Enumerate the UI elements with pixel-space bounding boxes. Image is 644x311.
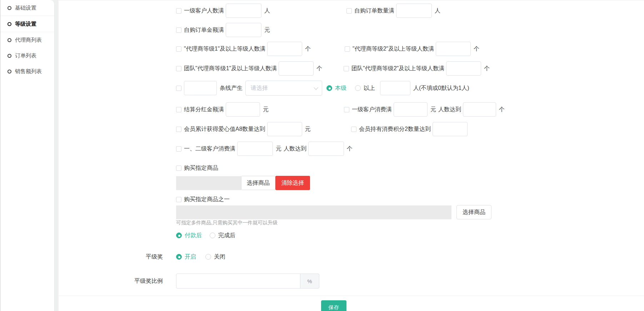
radio-after-pay-label[interactable]: 付款后 <box>185 232 202 239</box>
condition-label: 会员累计获得爱心值A8数量达到 <box>184 126 265 133</box>
checkbox-team-agent1-count[interactable] <box>176 66 181 71</box>
sidebar-item-basic-settings[interactable]: 基础设置 <box>0 0 54 16</box>
input-level12-consume-count[interactable] <box>308 142 344 156</box>
unit-suffix: 个 <box>484 65 490 72</box>
checkbox-team-agent2-count[interactable] <box>344 66 349 71</box>
lines-produce-label: 条线产生 <box>220 85 243 92</box>
circle-icon <box>8 54 11 58</box>
level-select[interactable]: 请选择 <box>245 81 322 96</box>
unit-suffix: 元 <box>276 145 281 153</box>
lines-produce-suffix: 人(不填或0默认为1人) <box>413 85 469 92</box>
radio-peer-award-off-label[interactable]: 关闭 <box>214 253 225 261</box>
input-agent2-count[interactable] <box>436 42 471 56</box>
count-label: 人数达到 <box>438 106 461 113</box>
input-first-customer-consume-count[interactable] <box>463 102 496 117</box>
checkbox-lines-produce[interactable] <box>176 86 181 91</box>
condition-buy-one-of: 购买指定商品之一 <box>176 195 230 204</box>
circle-icon <box>8 22 11 26</box>
radio-current-level[interactable] <box>326 85 332 91</box>
checkbox-self-order-amount[interactable] <box>176 27 181 33</box>
unit-suffix: 个 <box>305 45 311 53</box>
radio-current-level-label[interactable]: 本级 <box>335 85 346 92</box>
checkbox-buy-product[interactable] <box>176 165 181 171</box>
choose-product-button[interactable]: 选择商品 <box>241 176 275 190</box>
condition-self-order-count: 自购订单数量满 人 <box>346 3 440 18</box>
input-first-customer-consume[interactable] <box>394 102 428 117</box>
radio-after-complete[interactable] <box>210 233 215 238</box>
unit-suffix: 元 <box>263 106 269 113</box>
input-first-customer-count[interactable] <box>226 4 261 18</box>
input-peer-award-ratio[interactable] <box>176 274 300 289</box>
peer-award-row: 平级奖 开启 关闭 <box>59 253 225 261</box>
sidebar-item-label: 基础设置 <box>15 5 36 11</box>
checkbox-settle-dividend[interactable] <box>176 107 181 112</box>
condition-label: 团队"代理商等级1"及以上等级人数满 <box>184 65 277 72</box>
sidebar-item-label: 等级设置 <box>15 21 36 27</box>
checkbox-love-value-a8[interactable] <box>176 127 181 132</box>
input-love-value-a8[interactable] <box>267 122 302 136</box>
checkbox-self-order-count[interactable] <box>346 8 352 14</box>
hint-text: 可指定多件商品,只需购买其中一件就可以升级 <box>176 220 278 226</box>
save-button[interactable]: 保存 <box>321 300 346 311</box>
condition-label: 结算分红金额满 <box>184 106 224 113</box>
page: 基础设置 等级设置 代理商列表 订单列表 销售额列表 一级客户人数满 人 <box>0 0 644 311</box>
circle-icon <box>8 70 11 73</box>
peer-award-label: 平级奖 <box>59 253 163 261</box>
condition-label: 自购订单数量满 <box>354 7 394 15</box>
condition-self-order-amount: 自购订单金额满 元 <box>176 22 270 37</box>
radio-peer-award-off[interactable] <box>205 254 211 260</box>
condition-consume-points2: 会员持有消费积分2数量达到 <box>351 122 468 137</box>
input-team-agent1-count[interactable] <box>279 61 314 76</box>
selected-products-box <box>176 205 451 219</box>
peer-award-ratio-label: 平级奖比例 <box>59 277 163 285</box>
radio-peer-award-on-label[interactable]: 开启 <box>185 253 196 261</box>
condition-label: "代理商等级1"及以上等级人数满 <box>184 45 265 53</box>
unit-suffix: 人 <box>264 7 270 15</box>
condition-label: 一、二级客户消费满 <box>184 145 235 153</box>
condition-first-customer-consume: 一级客户消费满 元 人数达到 个 <box>344 102 505 117</box>
sidebar-item-agent-list[interactable]: 代理商列表 <box>0 32 54 48</box>
choose-products-button[interactable]: 选择商品 <box>456 205 491 219</box>
radio-after-complete-label[interactable]: 完成后 <box>218 232 235 239</box>
input-lines-people[interactable] <box>380 81 410 95</box>
circle-icon <box>8 6 11 10</box>
input-self-order-count[interactable] <box>396 4 432 18</box>
checkbox-agent2-count[interactable] <box>345 46 350 52</box>
sidebar-item-order-list[interactable]: 订单列表 <box>0 48 54 63</box>
checkbox-first-customer-count[interactable] <box>176 8 181 14</box>
checkbox-level12-consume[interactable] <box>176 146 181 152</box>
checkbox-agent1-count[interactable] <box>176 46 181 52</box>
selected-product-box <box>176 176 241 190</box>
radio-above-level[interactable] <box>355 85 361 91</box>
condition-buy-product: 购买指定商品 <box>176 164 218 172</box>
buy-product-picker: 选择商品 清除选择 <box>176 176 310 190</box>
input-lines-count[interactable] <box>184 81 217 95</box>
input-team-agent2-count[interactable] <box>446 61 481 76</box>
input-self-order-amount[interactable] <box>226 23 261 37</box>
radio-above-level-label[interactable]: 以上 <box>364 85 375 92</box>
checkbox-consume-points2[interactable] <box>351 127 356 132</box>
condition-level12-consume: 一、二级客户消费满 元 人数达到 个 <box>176 141 353 156</box>
input-consume-points2[interactable] <box>433 122 468 136</box>
condition-team-agent2-count: 团队"代理商等级2"及以上等级人数满 个 <box>344 61 490 76</box>
sidebar-item-label: 订单列表 <box>15 52 36 59</box>
radio-peer-award-on[interactable] <box>176 254 182 260</box>
checkbox-first-customer-consume[interactable] <box>344 107 349 112</box>
radio-after-pay[interactable] <box>176 233 182 238</box>
input-level12-consume[interactable] <box>237 142 273 156</box>
checkbox-buy-one-of[interactable] <box>176 197 181 202</box>
sidebar-item-sales-list[interactable]: 销售额列表 <box>0 63 54 79</box>
count-label: 人数达到 <box>284 145 306 153</box>
condition-agent1-count: "代理商等级1"及以上等级人数满 个 <box>176 41 311 56</box>
input-settle-dividend[interactable] <box>226 102 260 117</box>
condition-label: 一级客户消费满 <box>352 106 392 113</box>
pay-timing-group: 付款后 完成后 <box>176 231 235 239</box>
sidebar-item-label: 销售额列表 <box>15 68 42 75</box>
condition-team-agent1-count: 团队"代理商等级1"及以上等级人数满 个 <box>176 61 322 76</box>
unit-suffix: 个 <box>316 65 322 72</box>
input-agent1-count[interactable] <box>267 42 302 56</box>
sidebar-item-level-settings[interactable]: 等级设置 <box>0 16 54 32</box>
condition-lines-produce: 条线产生 请选择 本级 以上 人(不填或0默认为1人) <box>176 81 469 96</box>
condition-label: 团队"代理商等级2"及以上等级人数满 <box>351 65 444 72</box>
clear-selection-button[interactable]: 清除选择 <box>275 176 310 190</box>
